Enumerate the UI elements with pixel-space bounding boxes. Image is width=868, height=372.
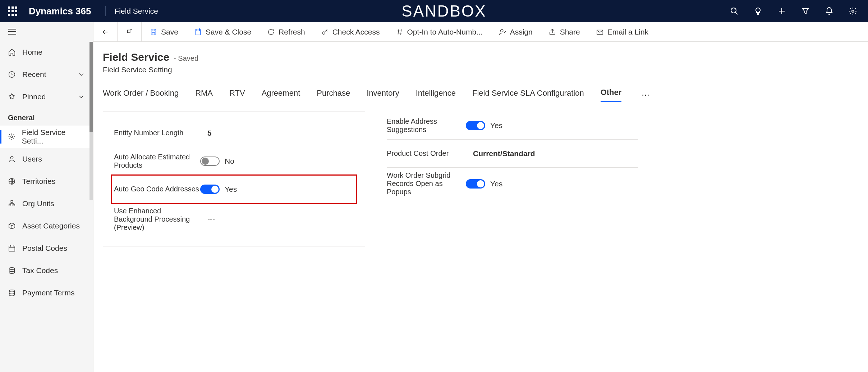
brand-name[interactable]: Dynamics 365 [29,6,91,17]
page-title: Field Service [103,51,169,63]
tab-sla-config[interactable]: Field Service SLA Configuration [472,89,584,101]
field-enhanced-bg-processing[interactable]: Use Enhanced Background Processing (Prev… [114,203,354,235]
save-status: - Saved [174,54,198,63]
filter-icon[interactable] [801,7,810,15]
field-auto-allocate[interactable]: Auto Allocate Estimated Products No [114,147,354,175]
field-wo-subgrid-popups[interactable]: Work Order Subgrid Records Open as Popup… [387,168,638,200]
environment-badge: SANDBOX [401,2,486,20]
cmd-label: Refresh [279,28,305,36]
svg-rect-9 [11,201,13,203]
save-button[interactable]: Save [142,22,186,42]
app-name[interactable]: Field Service [114,7,158,15]
pin-icon [8,93,16,101]
cmd-label: Save & Close [206,28,251,36]
hamburger-button[interactable] [0,22,93,41]
command-bar: Save Save & Close Refresh Check Access O… [93,22,868,42]
svg-point-6 [11,136,13,137]
toggle-switch[interactable] [200,156,220,166]
key-icon [321,28,329,36]
sidebar-item-payment-terms[interactable]: Payment Terms [0,282,93,304]
toggle-switch[interactable] [466,121,485,130]
bell-icon[interactable] [825,7,833,15]
svg-point-0 [731,8,736,13]
check-access-button[interactable]: Check Access [313,22,388,42]
org-icon [8,200,16,208]
svg-point-15 [322,32,325,34]
refresh-button[interactable]: Refresh [259,22,313,42]
mail-icon [596,28,604,36]
sidebar-item-org-units[interactable]: Org Units [0,192,93,215]
waffle-icon [8,6,17,16]
sidebar-item-label: Pinned [22,92,46,101]
svg-point-16 [500,29,503,32]
tab-agreement[interactable]: Agreement [262,89,300,101]
gear-icon[interactable] [849,7,857,15]
sidebar-item-postal-codes[interactable]: Postal Codes [0,237,93,259]
cmd-label: Assign [510,28,533,36]
tab-intelligence[interactable]: Intelligence [416,89,456,101]
svg-point-13 [9,268,15,270]
search-icon[interactable] [730,7,739,15]
box-icon [8,222,16,230]
field-label: Product Cost Order [387,149,466,158]
sidebar-item-home[interactable]: Home [0,41,93,63]
assign-button[interactable]: Assign [491,22,541,42]
chevron-down-icon [77,71,85,78]
database-icon [8,267,16,275]
user-icon [8,155,16,163]
settings-card-right: Enable Address Suggestions Yes Product C… [387,112,638,200]
share-icon [548,28,556,36]
sidebar-item-recent[interactable]: Recent [0,63,93,86]
tab-overflow-button[interactable]: ⋯ [642,90,650,100]
popout-button[interactable] [118,22,141,42]
field-entity-number-length[interactable]: Entity Number Length 5 [114,119,354,147]
sidebar-item-label: Payment Terms [22,289,75,297]
toggle-value: Yes [490,121,502,130]
optin-auto-number-button[interactable]: Opt-In to Auto-Numb... [388,22,491,42]
tab-purchase[interactable]: Purchase [317,89,350,101]
sidebar-item-users[interactable]: Users [0,148,93,170]
field-label: Work Order Subgrid Records Open as Popup… [387,171,466,196]
plus-icon[interactable] [777,7,786,15]
cmd-label: Email a Link [607,28,648,36]
settings-card-left: Entity Number Length 5 Auto Allocate Est… [103,112,365,246]
sidebar-item-tax-codes[interactable]: Tax Codes [0,259,93,282]
sidebar-item-label: Users [22,155,42,163]
field-product-cost-order[interactable]: Product Cost Order Current/Standard [387,140,638,168]
back-button[interactable] [93,22,117,42]
page-subtitle: Field Service Setting [103,65,868,74]
sidebar-item-pinned[interactable]: Pinned [0,86,93,108]
sidebar-group-general: General [0,108,93,126]
tab-work-order-booking[interactable]: Work Order / Booking [103,89,179,101]
chevron-down-icon [77,93,85,101]
assign-icon [499,28,506,36]
scrollbar-thumb[interactable] [89,42,93,132]
globe-icon [8,177,16,185]
tab-rma[interactable]: RMA [195,89,213,101]
lightbulb-icon[interactable] [754,7,762,15]
cmd-label: Opt-In to Auto-Numb... [407,28,483,36]
toggle-switch[interactable] [466,179,485,189]
save-close-button[interactable]: Save & Close [186,22,259,42]
field-enable-address-suggestions[interactable]: Enable Address Suggestions Yes [387,112,638,140]
toggle-switch[interactable] [200,185,220,194]
sidebar-item-label: Recent [22,70,46,79]
hash-icon [396,28,404,36]
email-link-button[interactable]: Email a Link [588,22,656,42]
home-icon [8,48,16,56]
share-button[interactable]: Share [541,22,588,42]
sidebar-item-asset-categories[interactable]: Asset Categories [0,215,93,237]
tab-inventory[interactable]: Inventory [367,89,399,101]
sidebar-item-territories[interactable]: Territories [0,170,93,192]
field-label: Auto Geo Code Addresses [114,185,200,193]
sidebar-item-label: Postal Codes [22,244,67,253]
toggle-value: No [225,157,234,165]
field-auto-geocode[interactable]: Auto Geo Code Addresses Yes [112,175,356,203]
app-launcher[interactable] [4,6,22,16]
field-label: Enable Address Suggestions [387,117,466,134]
tab-other[interactable]: Other [601,88,622,102]
sidebar-item-field-service-settings[interactable]: Field Service Setti... [0,126,93,148]
tab-rtv[interactable]: RTV [229,89,245,101]
toggle-value: Yes [490,180,502,188]
cmd-label: Check Access [332,28,380,36]
